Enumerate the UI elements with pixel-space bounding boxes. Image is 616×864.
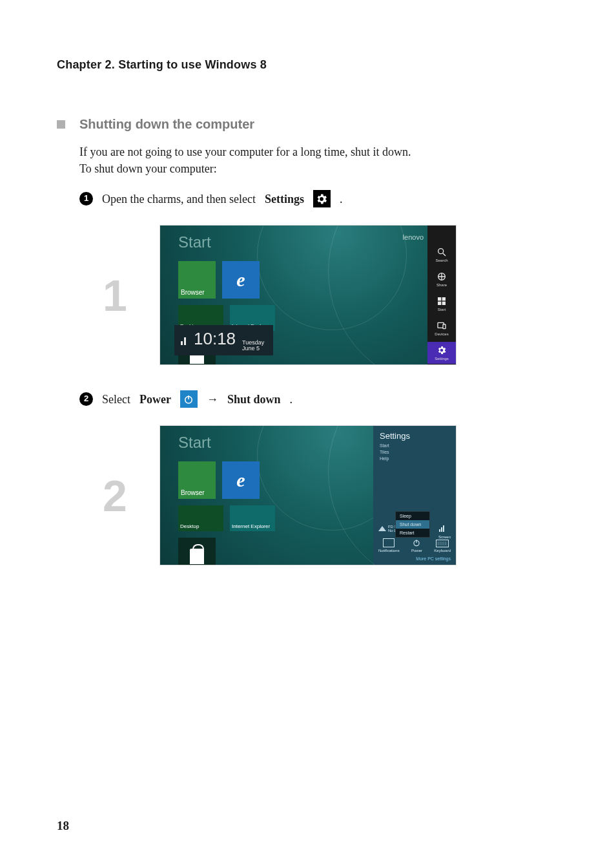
step-2-end: . xyxy=(290,391,293,408)
ie-icon: e xyxy=(236,269,245,291)
tile-browser-2[interactable]: Browser xyxy=(178,461,216,499)
tile-ie-small-2[interactable]: Internet Explorer xyxy=(230,505,275,531)
step-2-wrap: 2 Select Power → Shut down. xyxy=(79,390,559,408)
ie-icon-2: e xyxy=(236,469,245,491)
charm-start[interactable]: Start xyxy=(427,293,456,315)
tile-browser[interactable]: Browser xyxy=(178,261,216,299)
clock-day-date: Tuesday June 5 xyxy=(242,340,264,352)
step-2-shutdown-label: Shut down xyxy=(227,391,281,408)
flyout-network[interactable]: FD Secure No LTE xyxy=(378,525,407,532)
charm-share[interactable]: Share xyxy=(427,268,456,290)
step-1-text-post: . xyxy=(340,191,343,207)
flyout-network-name: FD Secure xyxy=(388,525,407,529)
section-title: Shutting down the computer xyxy=(79,117,254,132)
svg-rect-5 xyxy=(438,302,441,305)
flyout-power[interactable]: Power xyxy=(411,538,422,553)
figure-1: 1 Start lenovo Browser e Desktop Interne… xyxy=(96,226,559,364)
charm-search-label: Search xyxy=(435,258,447,262)
clock-strip: 10:18 Tuesday June 5 xyxy=(174,325,273,355)
step-2-arrow: → xyxy=(207,391,218,408)
start-screen-label-2: Start xyxy=(178,434,211,452)
chapter-title: Chapter 2. Starting to use Windows 8 xyxy=(57,58,559,72)
flyout-link-start[interactable]: Start xyxy=(380,443,449,448)
tile-desktop-small-2[interactable]: Desktop xyxy=(178,505,223,531)
share-icon xyxy=(436,271,447,282)
svg-point-0 xyxy=(438,249,444,254)
power-icon xyxy=(180,390,198,408)
page-number: 18 xyxy=(57,819,69,833)
flyout-volume-label: Screen xyxy=(438,535,451,539)
settings-flyout: Settings Start Tiles Help FD Secure No L… xyxy=(373,426,456,565)
charm-settings[interactable]: Settings xyxy=(427,342,456,364)
svg-rect-3 xyxy=(438,297,441,300)
tile-internet-explorer-2[interactable]: e xyxy=(222,461,260,499)
tile-ie-small-label-2: Internet Explorer xyxy=(232,523,270,529)
flyout-keyboard-label: Keyboard xyxy=(434,549,451,553)
flyout-title: Settings xyxy=(380,431,449,441)
charm-settings-label: Settings xyxy=(435,357,449,361)
svg-rect-7 xyxy=(438,323,444,328)
tile-internet-explorer[interactable]: e xyxy=(222,261,260,299)
settings-gear-icon xyxy=(313,190,331,207)
keyboard-icon xyxy=(436,540,449,547)
step-1-settings-label: Settings xyxy=(265,191,304,207)
flyout-volume[interactable] xyxy=(439,525,449,532)
page: Chapter 2. Starting to use Windows 8 Shu… xyxy=(0,0,616,864)
clock-time: 10:18 xyxy=(194,329,236,349)
intro-line-1: If you are not going to use your compute… xyxy=(79,143,559,160)
svg-rect-6 xyxy=(442,302,446,305)
start-screen-label: Start xyxy=(178,233,211,251)
flyout-notifications[interactable]: Notifications xyxy=(378,538,400,553)
figure-2: 2 Start Browser e Desktop Internet Explo… xyxy=(96,426,559,565)
power-menu-restart[interactable]: Restart xyxy=(396,529,429,537)
flyout-change-settings[interactable]: More PC settings xyxy=(378,556,451,561)
charm-start-label: Start xyxy=(438,308,446,311)
settings-charm-icon xyxy=(436,345,447,355)
step-2-power-label: Power xyxy=(139,391,171,408)
store-bag-icon-2 xyxy=(190,549,204,564)
charm-devices[interactable]: Devices xyxy=(427,317,456,339)
tile-store-2[interactable] xyxy=(178,538,216,565)
intro-text: If you are not going to use your compute… xyxy=(79,143,559,177)
charms-bar: Search Share Start Devices Settings xyxy=(427,226,456,364)
wifi-icon xyxy=(378,526,386,531)
svg-rect-8 xyxy=(443,324,446,329)
search-icon xyxy=(436,247,447,257)
flyout-bottom-row: Notifications Power Keyboard More PC set… xyxy=(373,538,456,561)
flyout-link-tiles[interactable]: Tiles xyxy=(380,450,449,454)
svg-point-2 xyxy=(438,273,446,280)
tile-browser-label-2: Browser xyxy=(181,489,205,496)
power-menu: Sleep Shut down Restart xyxy=(395,511,430,538)
section-bullet-icon xyxy=(57,120,65,129)
step-1: 1 Open the charms, and then select Setti… xyxy=(79,190,559,207)
flyout-power-label: Power xyxy=(411,549,422,553)
network-signal-icon xyxy=(181,336,187,345)
clock-date: June 5 xyxy=(242,346,264,352)
svg-line-1 xyxy=(443,253,446,256)
start-tiles-2: Browser e Desktop Internet Explorer xyxy=(178,461,275,565)
charm-devices-label: Devices xyxy=(435,332,448,336)
charm-search[interactable]: Search xyxy=(427,244,456,266)
power-menu-shut-down[interactable]: Shut down xyxy=(396,520,429,529)
flyout-network-sub: No LTE xyxy=(388,529,407,532)
flyout-link-help[interactable]: Help xyxy=(380,456,449,461)
step-2-number-icon: 2 xyxy=(79,392,93,406)
figure-1-number: 1 xyxy=(96,270,134,321)
intro-line-2: To shut down your computer: xyxy=(79,160,559,177)
tile-desktop-label-2: Desktop xyxy=(180,523,199,529)
power-menu-sleep[interactable]: Sleep xyxy=(396,512,429,520)
step-1-text-pre: Open the charms, and then select xyxy=(102,191,256,207)
brand-label: lenovo xyxy=(403,233,424,241)
start-icon xyxy=(436,296,447,306)
charm-share-label: Share xyxy=(436,283,447,287)
flyout-keyboard[interactable]: Keyboard xyxy=(434,540,451,553)
section-body: If you are not going to use your compute… xyxy=(79,143,559,207)
step-2: 2 Select Power → Shut down. xyxy=(79,390,559,408)
svg-rect-4 xyxy=(442,297,446,300)
screenshot-2: Start Browser e Desktop Internet Explore… xyxy=(160,426,456,565)
step-1-number-icon: 1 xyxy=(79,192,93,205)
tile-browser-label: Browser xyxy=(181,289,205,296)
flyout-power-icon xyxy=(412,538,421,547)
screenshot-1: Start lenovo Browser e Desktop Internet … xyxy=(160,226,456,364)
step-2-select: Select xyxy=(102,391,130,408)
